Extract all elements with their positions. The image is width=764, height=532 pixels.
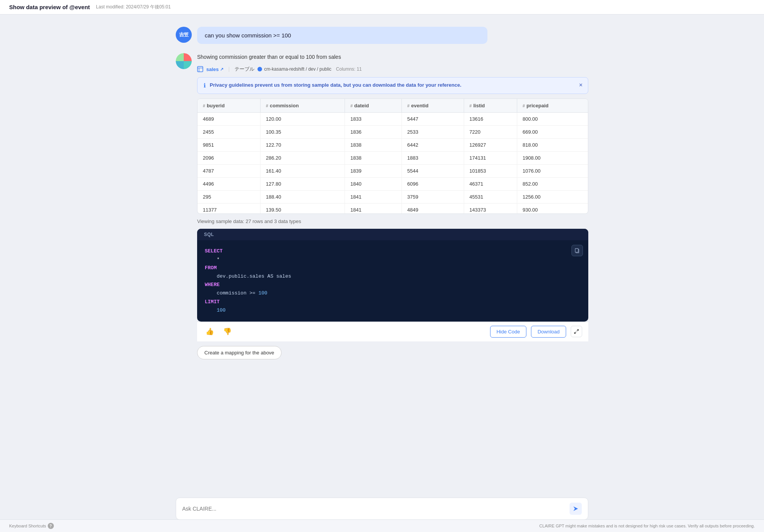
table-cell: 2533 xyxy=(402,126,464,139)
ai-response-text: Showing commission greater than or equal… xyxy=(197,53,588,61)
table-cell: 3759 xyxy=(402,191,464,204)
sql-block: SQL SELECT * FROM dev.public.sales xyxy=(197,229,588,322)
privacy-banner-close-button[interactable]: × xyxy=(579,82,583,88)
col-header-listid: #listid xyxy=(464,99,517,113)
table-cell: 4689 xyxy=(197,113,261,126)
table-cell: 45531 xyxy=(464,191,517,204)
thumbs-down-button[interactable]: 👎 xyxy=(221,326,234,337)
sql-line-4: dev.public.sales AS sales xyxy=(205,272,581,281)
table-cell: 1076.00 xyxy=(517,165,588,178)
chat-container: 吉笠 can you show commission >= 100 Showin… xyxy=(168,15,596,398)
table-cell: 930.00 xyxy=(517,204,588,214)
privacy-banner: ℹ Privacy guidelines prevent us from sto… xyxy=(197,77,588,94)
table-cell: 46371 xyxy=(464,178,517,191)
table-cell: 4496 xyxy=(197,178,261,191)
table-row: 2096286.20183818831741311908.00 xyxy=(197,152,588,165)
table-cell: 1841 xyxy=(345,204,402,214)
table-header-row: #buyerid #commission #dateid #eventid #l… xyxy=(197,99,588,113)
table-cell: 7220 xyxy=(464,126,517,139)
svg-rect-4 xyxy=(575,249,578,252)
table-cell: 1841 xyxy=(345,191,402,204)
table-cell: 1840 xyxy=(345,178,402,191)
footer-disclaimer: CLAIRE GPT might make mistakes and is no… xyxy=(539,524,755,528)
sql-line-1: SELECT xyxy=(205,247,581,255)
sql-line-2: * xyxy=(205,255,581,264)
table-cell: 1833 xyxy=(345,113,402,126)
table-cell: 6442 xyxy=(402,139,464,152)
table-cell: 5447 xyxy=(402,113,464,126)
table-cell: 13616 xyxy=(464,113,517,126)
table-cell: 100.35 xyxy=(261,126,345,139)
table-cell: 143373 xyxy=(464,204,517,214)
table-cell: 800.00 xyxy=(517,113,588,126)
table-cell: 1908.00 xyxy=(517,152,588,165)
table-cell: 669.00 xyxy=(517,126,588,139)
sql-wrapper: SQL SELECT * FROM dev.public.sales xyxy=(197,229,588,341)
sql-line-6: commission >= 100 xyxy=(205,289,581,298)
table-cell: 2096 xyxy=(197,152,261,165)
db-info: cm-kasama-redshift / dev / public Column… xyxy=(257,66,362,72)
data-table-wrapper: #buyerid #commission #dateid #eventid #l… xyxy=(197,99,588,214)
expand-button[interactable] xyxy=(571,326,582,337)
table-cell: 126927 xyxy=(464,139,517,152)
table-cell: 4787 xyxy=(197,165,261,178)
col-header-eventid: #eventid xyxy=(402,99,464,113)
keyboard-help-icon: ? xyxy=(48,523,54,529)
table-cell: 1838 xyxy=(345,139,402,152)
sql-line-5: WHERE xyxy=(205,281,581,289)
table-cell: 1838 xyxy=(345,152,402,165)
sql-line-8: 100 xyxy=(205,306,581,315)
keyboard-shortcuts[interactable]: Keyboard Shortcuts ? xyxy=(9,523,54,529)
create-mapping-button[interactable]: Create a mapping for the above xyxy=(197,346,282,359)
bottom-input-inner xyxy=(168,498,596,520)
table-cell: 295 xyxy=(197,191,261,204)
ai-avatar xyxy=(176,53,192,69)
table-cell: 2455 xyxy=(197,126,261,139)
table-cell: 9851 xyxy=(197,139,261,152)
page-title: Show data preview of @event xyxy=(9,4,90,10)
table-info-row: sales ↗ ｜ テーブル cm-kasama-redshift / dev … xyxy=(197,66,588,73)
table-cell: 818.00 xyxy=(517,139,588,152)
table-cell: 120.00 xyxy=(261,113,345,126)
db-dot-icon xyxy=(257,67,262,71)
thumbs-up-button[interactable]: 👍 xyxy=(203,326,216,337)
table-cell: 1883 xyxy=(402,152,464,165)
table-cell: 1836 xyxy=(345,126,402,139)
col-header-dateid: #dateid xyxy=(345,99,402,113)
table-cell: 852.00 xyxy=(517,178,588,191)
table-cell: 188.40 xyxy=(261,191,345,204)
col-header-pricepaid: #pricepaid xyxy=(517,99,588,113)
table-row: 4496127.801840609646371852.00 xyxy=(197,178,588,191)
table-cell: 161.40 xyxy=(261,165,345,178)
sql-code: SELECT * FROM dev.public.sales AS sales xyxy=(197,240,588,322)
table-cell: 139.50 xyxy=(261,204,345,214)
send-button[interactable] xyxy=(570,503,582,515)
user-message-row: 吉笠 can you show commission >= 100 xyxy=(176,27,588,44)
table-cell: 4849 xyxy=(402,204,464,214)
sql-line-3: FROM xyxy=(205,264,581,272)
col-header-buyerid: #buyerid xyxy=(197,99,261,113)
table-type: テーブル xyxy=(235,66,254,73)
sql-copy-button[interactable] xyxy=(571,245,583,256)
hide-code-button[interactable]: Hide Code xyxy=(490,326,526,338)
ai-avatar-graphic xyxy=(176,53,192,69)
table-cell: 1839 xyxy=(345,165,402,178)
table-icon xyxy=(197,66,203,72)
action-bar: 👍 👎 Hide Code Download xyxy=(197,322,588,341)
table-row: 4689120.001833544713616800.00 xyxy=(197,113,588,126)
ai-response-row: Showing commission greater than or equal… xyxy=(176,53,588,359)
table-row: 9851122.7018386442126927818.00 xyxy=(197,139,588,152)
download-button[interactable]: Download xyxy=(531,326,566,338)
avatar: 吉笠 xyxy=(176,27,192,43)
table-cell: 127.80 xyxy=(261,178,345,191)
info-icon: ℹ xyxy=(204,82,206,89)
table-row: 11377139.5018414849143373930.00 xyxy=(197,204,588,214)
table-link[interactable]: sales ↗ xyxy=(206,66,223,72)
table-row: 2455100.35183625337220669.00 xyxy=(197,126,588,139)
table-cell: 5544 xyxy=(402,165,464,178)
ask-claire-input[interactable] xyxy=(182,506,566,512)
privacy-text: Privacy guidelines prevent us from stori… xyxy=(210,82,461,88)
table-cell: 11377 xyxy=(197,204,261,214)
table-cell: 286.20 xyxy=(261,152,345,165)
table-scroll-area[interactable]: #buyerid #commission #dateid #eventid #l… xyxy=(197,99,588,213)
